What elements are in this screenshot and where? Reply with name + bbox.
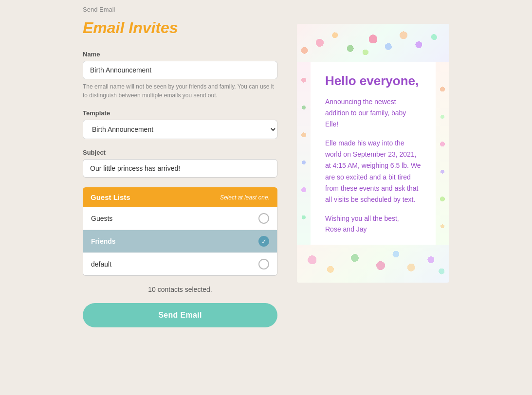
email-card-wrapper: Hello everyone, Announcing the newest ad… <box>297 24 449 283</box>
template-select[interactable]: Birth Announcement Wedding Invitation Bi… <box>83 120 277 139</box>
template-label: Template <box>83 109 277 117</box>
guest-list-items: Guests Friends ✓ default <box>83 207 277 276</box>
breadcrumb-label: Send Email <box>83 6 115 13</box>
guest-list-header: Guest Lists Select at least one. <box>83 187 277 207</box>
name-label: Name <box>83 51 277 58</box>
guest-list-title: Guest Lists <box>91 193 130 201</box>
guest-item-label: default <box>91 260 111 268</box>
floral-top-border <box>297 24 449 62</box>
radio-selected-icon: ✓ <box>258 236 269 247</box>
guest-list-item[interactable]: Friends ✓ <box>83 230 277 253</box>
email-paragraph-2: Elle made his way into the world on Sept… <box>325 138 421 205</box>
email-signature: Wishing you all the best, Rose and Jay <box>325 213 421 235</box>
email-closing: Wishing you all the best, <box>325 215 399 222</box>
floral-bottom-border <box>297 245 449 283</box>
guest-item-label: Guests <box>91 215 112 222</box>
form-panel: Email Invites Name The email name will n… <box>83 19 277 327</box>
radio-unselected-icon <box>258 213 269 224</box>
breadcrumb[interactable]: Send Email <box>0 0 532 19</box>
email-paragraph-1: Announcing the newest addition to our fa… <box>325 96 421 130</box>
radio-unselected-icon <box>258 259 269 269</box>
name-hint: The email name will not be seen by your … <box>83 82 277 100</box>
send-email-button[interactable]: Send Email <box>83 303 277 327</box>
floral-right-border <box>436 62 449 245</box>
floral-left-border <box>297 62 311 245</box>
name-field-group: Name The email name will not be seen by … <box>83 51 277 100</box>
guest-list-item[interactable]: default <box>83 253 277 275</box>
email-body: Hello everyone, Announcing the newest ad… <box>311 62 436 245</box>
name-input[interactable] <box>83 61 277 79</box>
guest-item-label: Friends <box>91 237 116 245</box>
email-greeting: Hello everyone, <box>325 73 421 89</box>
subject-label: Subject <box>83 149 277 156</box>
page-title: Email Invites <box>83 19 277 37</box>
subject-input[interactable] <box>83 159 277 178</box>
email-preview-panel: Hello everyone, Announcing the newest ad… <box>297 24 449 283</box>
guest-list-hint: Select at least one. <box>220 194 270 201</box>
guest-lists-section: Guest Lists Select at least one. Guests … <box>83 187 277 276</box>
template-field-group: Template Birth Announcement Wedding Invi… <box>83 109 277 139</box>
subject-field-group: Subject <box>83 149 277 178</box>
contacts-selected: 10 contacts selected. <box>83 286 277 293</box>
guest-list-item[interactable]: Guests <box>83 207 277 230</box>
email-signer: Rose and Jay <box>325 225 367 233</box>
